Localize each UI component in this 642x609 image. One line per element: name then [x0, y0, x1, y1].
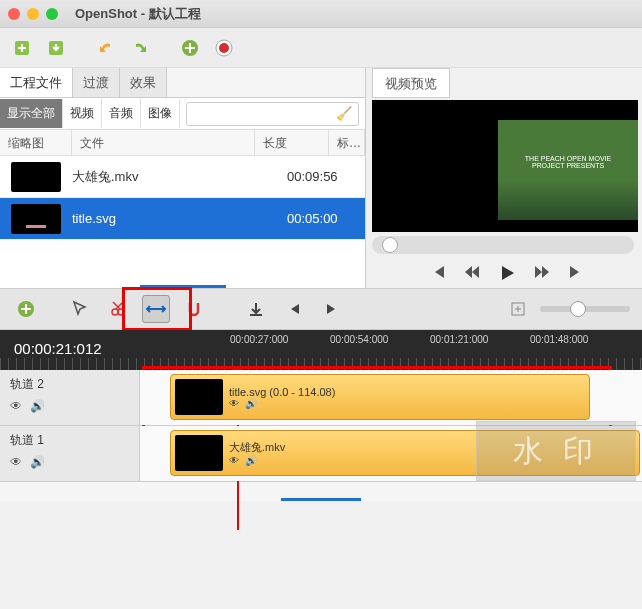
col-tag[interactable]: 标…: [329, 130, 365, 155]
file-name: title.svg: [72, 211, 287, 226]
titlebar: OpenShot - 默认工程: [0, 0, 642, 28]
file-duration: 00:05:00: [287, 211, 365, 226]
track-name: 轨道 1: [10, 432, 129, 449]
marker-button[interactable]: [242, 295, 270, 323]
tab-effects[interactable]: 效果: [120, 68, 167, 97]
current-time: 00:00:21:012: [14, 340, 102, 357]
maximize-window-dot[interactable]: [46, 8, 58, 20]
timeline-toolbar: [0, 288, 642, 330]
zoom-handle[interactable]: [570, 301, 586, 317]
file-duration: 00:09:56: [287, 169, 365, 184]
tab-video-preview[interactable]: 视频预览: [372, 68, 450, 98]
import-button[interactable]: [178, 36, 202, 60]
play-icon[interactable]: [498, 264, 516, 282]
prev-marker-button[interactable]: [280, 295, 308, 323]
filter-show-all[interactable]: 显示全部: [0, 99, 63, 128]
thumbnail: [11, 204, 61, 234]
rewind-icon[interactable]: [464, 264, 480, 282]
track-header[interactable]: 轨道 1 👁 🔊: [0, 426, 140, 481]
file-name: 大雄兔.mkv: [72, 168, 287, 186]
search-input[interactable]: 🧹: [186, 102, 359, 126]
ruler-label: 00:00:27:000: [230, 334, 288, 345]
save-project-button[interactable]: [44, 36, 68, 60]
broom-icon: 🧹: [336, 106, 352, 121]
project-files-panel: 工程文件 过渡 效果 显示全部 视频 音频 图像 🧹 缩略图 文件 长度 标… …: [0, 68, 366, 288]
clip-label: 大雄兔.mkv: [229, 440, 285, 455]
eye-icon[interactable]: 👁: [229, 398, 239, 409]
track-body[interactable]: 大雄兔.mkv 👁🔊: [140, 426, 642, 481]
file-row[interactable]: title.svg 00:05:00: [0, 198, 365, 240]
thumbnail: [11, 162, 61, 192]
ruler-label: 00:01:48:000: [530, 334, 588, 345]
col-file[interactable]: 文件: [72, 130, 255, 155]
undo-button[interactable]: [94, 36, 118, 60]
clip-label: title.svg (0.0 - 114.08): [229, 386, 335, 398]
resize-tool[interactable]: [142, 295, 170, 323]
skip-start-icon[interactable]: [430, 264, 446, 282]
timeline-scroll-indicator: [281, 498, 361, 501]
forward-icon[interactable]: [534, 264, 550, 282]
clip[interactable]: 大雄兔.mkv 👁🔊: [170, 430, 640, 476]
preview-overlay-text: THE PEACH OPEN MOVIE PROJECT PRESENTS: [518, 155, 618, 169]
track-body[interactable]: title.svg (0.0 - 114.08) 👁🔊: [140, 370, 642, 425]
svg-rect-8: [250, 314, 262, 316]
col-length[interactable]: 长度: [255, 130, 329, 155]
file-row[interactable]: 大雄兔.mkv 00:09:56: [0, 156, 365, 198]
clip-thumbnail: [175, 435, 223, 471]
add-track-button[interactable]: [12, 295, 40, 323]
track: 轨道 2 👁 🔊 title.svg (0.0 - 114.08) 👁🔊: [0, 370, 642, 426]
eye-icon[interactable]: 👁: [10, 455, 22, 469]
minimize-window-dot[interactable]: [27, 8, 39, 20]
speaker-icon[interactable]: 🔊: [30, 399, 45, 413]
filter-image[interactable]: 图像: [141, 99, 180, 128]
ruler-label: 00:00:54:000: [330, 334, 388, 345]
file-list: 大雄兔.mkv 00:09:56 title.svg 00:05:00: [0, 156, 365, 285]
next-marker-button[interactable]: [318, 295, 346, 323]
preview-panel: 视频预览 THE PEACH OPEN MOVIE PROJECT PRESEN…: [366, 68, 642, 288]
center-playhead-button[interactable]: [504, 295, 532, 323]
svg-point-4: [219, 43, 229, 53]
track: 轨道 1 👁 🔊 大雄兔.mkv 👁🔊: [0, 426, 642, 482]
svg-point-7: [118, 309, 124, 315]
export-button[interactable]: [212, 36, 236, 60]
speaker-icon[interactable]: 🔊: [245, 455, 257, 466]
ruler-label: 00:01:21:000: [430, 334, 488, 345]
redo-button[interactable]: [128, 36, 152, 60]
main-toolbar: [0, 28, 642, 68]
clip[interactable]: title.svg (0.0 - 114.08) 👁🔊: [170, 374, 590, 420]
snap-tool[interactable]: [180, 295, 208, 323]
filter-audio[interactable]: 音频: [102, 99, 141, 128]
col-thumb[interactable]: 缩略图: [0, 130, 72, 155]
eye-icon[interactable]: 👁: [10, 399, 22, 413]
razor-tool[interactable]: [104, 295, 132, 323]
pointer-tool[interactable]: [66, 295, 94, 323]
tab-project-files[interactable]: 工程文件: [0, 68, 73, 97]
tracks-area: 轨道 2 👁 🔊 title.svg (0.0 - 114.08) 👁🔊 轨道 …: [0, 370, 642, 501]
new-project-button[interactable]: [10, 36, 34, 60]
window-title: OpenShot - 默认工程: [75, 5, 201, 23]
preview-viewport[interactable]: THE PEACH OPEN MOVIE PROJECT PRESENTS: [372, 100, 638, 232]
skip-end-icon[interactable]: [568, 264, 584, 282]
zoom-slider[interactable]: [540, 306, 630, 312]
playback-controls: [372, 258, 642, 288]
tab-transitions[interactable]: 过渡: [73, 68, 120, 97]
speaker-icon[interactable]: 🔊: [245, 398, 257, 409]
timeline-ruler[interactable]: 00:00:21:012 00:00:27:000 00:00:54:000 0…: [0, 330, 642, 370]
preview-seekbar[interactable]: [372, 236, 634, 254]
eye-icon[interactable]: 👁: [229, 455, 239, 466]
svg-point-6: [112, 309, 118, 315]
filter-video[interactable]: 视频: [63, 99, 102, 128]
seek-handle[interactable]: [382, 237, 398, 253]
clip-thumbnail: [175, 379, 223, 415]
close-window-dot[interactable]: [8, 8, 20, 20]
track-header[interactable]: 轨道 2 👁 🔊: [0, 370, 140, 425]
speaker-icon[interactable]: 🔊: [30, 455, 45, 469]
track-name: 轨道 2: [10, 376, 129, 393]
